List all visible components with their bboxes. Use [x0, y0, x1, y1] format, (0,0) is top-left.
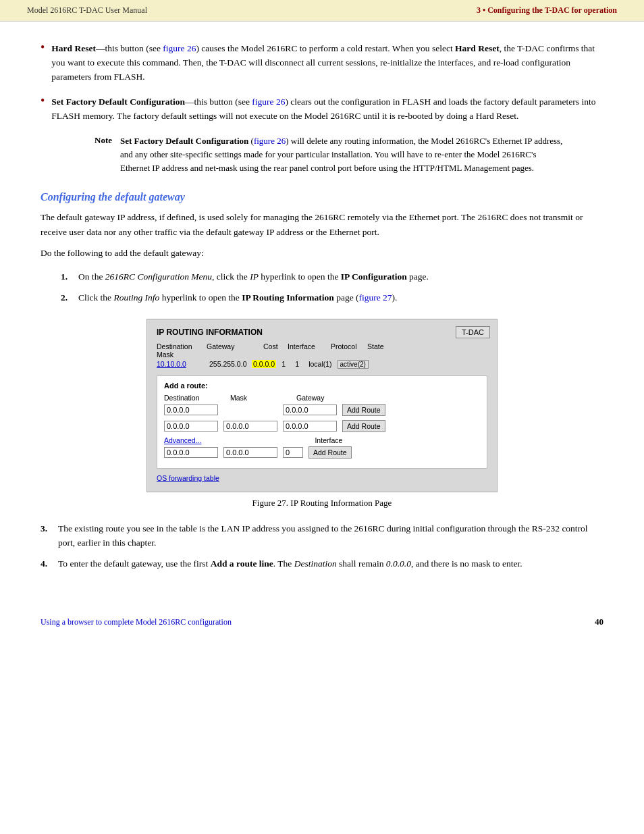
step-3-num: 3.: [41, 522, 58, 536]
th-dest: Destination Mask: [157, 342, 204, 359]
intro-text: The default gateway IP address, if defin…: [41, 210, 603, 239]
section-heading: Configuring the default gateway: [41, 191, 603, 203]
step-2-num: 2.: [61, 291, 78, 305]
header-bar: Model 2616RC T-DAC User Manual 3 • Confi…: [0, 0, 644, 22]
step-1: 1. On the 2616RC Configuration Menu, cli…: [61, 270, 603, 284]
footer-left: Using a browser to complete Model 2616RC…: [41, 617, 232, 627]
col-gw: Gateway: [296, 394, 357, 402]
col-dest: Destination: [164, 394, 225, 402]
ip-routing-title: IP ROUTING INFORMATION: [157, 328, 487, 337]
route3-dest[interactable]: [164, 447, 218, 458]
tdac-button[interactable]: T-DAC: [456, 326, 490, 338]
step-2-text: Click the Routing Info hyperlink to open…: [78, 291, 397, 305]
route3-iface[interactable]: [283, 447, 303, 458]
bullet-text-factory-default: Set Factory Default Configuration—this b…: [51, 95, 603, 124]
route1-mask[interactable]: [223, 405, 277, 415]
td-interface: local(1): [308, 360, 331, 368]
th-state: State: [367, 342, 404, 359]
main-content: • Hard Reset—this button (see figure 26)…: [0, 22, 644, 598]
footer-bar: Using a browser to complete Model 2616RC…: [0, 611, 644, 633]
td-cost2: 1: [295, 360, 303, 368]
col-mask: Mask: [230, 394, 291, 402]
numbered-list: 1. On the 2616RC Configuration Menu, cli…: [61, 270, 603, 305]
bullet-text-hard-reset: Hard Reset—this button (see figure 26) c…: [51, 42, 603, 84]
add-route-section: Add a route: Destination Mask Gateway Ad…: [157, 375, 487, 469]
route1-dest[interactable]: [164, 405, 218, 415]
td-mask: 255.255.0.0: [209, 360, 246, 368]
footer-right: 40: [595, 617, 603, 627]
figure27-link[interactable]: figure 27: [359, 292, 392, 303]
bullet-dot: •: [41, 41, 45, 55]
note-box: Note Set Factory Default Configuration (…: [95, 134, 563, 175]
step-1-text: On the 2616RC Configuration Menu, click …: [78, 270, 429, 284]
th-proto: Protocol: [331, 342, 365, 359]
bullet-item-hard-reset: • Hard Reset—this button (see figure 26)…: [41, 42, 603, 84]
td-gw-highlight: 0.0.0.0: [252, 360, 276, 368]
add-route-btn-2[interactable]: Add Route: [342, 420, 385, 432]
add-route-btn-3[interactable]: Add Route: [308, 446, 352, 459]
screenshot-container: T-DAC IP ROUTING INFORMATION Destination…: [146, 319, 498, 509]
route-row-2: Add Route: [164, 420, 480, 432]
figure26-link-2[interactable]: figure 26: [252, 97, 285, 107]
do-following: Do the following to add the default gate…: [41, 246, 603, 261]
os-forwarding-link[interactable]: OS forwarding table: [157, 474, 219, 482]
route1-gw[interactable]: [283, 405, 337, 415]
screenshot-box: T-DAC IP ROUTING INFORMATION Destination…: [146, 319, 498, 492]
table-headers: Destination Mask Gateway Cost Interface …: [157, 342, 487, 359]
route2-mask[interactable]: [223, 421, 277, 432]
bullet-item-factory-default: • Set Factory Default Configuration—this…: [41, 95, 603, 124]
figure-caption: Figure 27. IP Routing Information Page: [146, 498, 498, 509]
th-cost: Cost: [263, 342, 285, 359]
route-row-1: Add Route: [164, 404, 480, 416]
header-left: Model 2616RC T-DAC User Manual: [27, 5, 147, 16]
step-3-text: The existing route you see in the table …: [58, 522, 603, 550]
td-state: active(2): [338, 360, 369, 369]
note-content: Set Factory Default Configuration (figur…: [120, 134, 563, 175]
step-4-text: To enter the default gateway, use the fi…: [58, 557, 522, 571]
th-gw: Gateway: [207, 342, 261, 359]
td-dest[interactable]: 10.10.0.0: [157, 360, 204, 368]
step-4: 4. To enter the default gateway, use the…: [41, 557, 603, 571]
step-2: 2. Click the Routing Info hyperlink to o…: [61, 291, 603, 305]
figure26-link-1[interactable]: figure 26: [163, 43, 196, 53]
step-1-num: 1.: [61, 270, 78, 284]
figure26-link-note[interactable]: figure 26: [254, 136, 286, 146]
th-iface: Interface: [288, 342, 328, 359]
route-row-3: Add Route: [164, 446, 480, 459]
route2-gw[interactable]: [283, 421, 337, 432]
step-4-num: 4.: [41, 557, 58, 571]
add-route-label: Add a route:: [164, 382, 480, 390]
route2-dest[interactable]: [164, 421, 218, 432]
bullet-dot-2: •: [41, 94, 45, 108]
route3-mask[interactable]: [223, 447, 277, 458]
header-right: 3 • Configuring the T-DAC for operation: [477, 5, 617, 16]
note-label: Note: [95, 134, 112, 146]
table-row: 10.10.0.0 255.255.0.0 0.0.0.0 1 1 local(…: [157, 360, 487, 369]
add-route-btn-1[interactable]: Add Route: [342, 404, 385, 416]
step-3: 3. The existing route you see in the tab…: [41, 522, 603, 550]
advanced-link[interactable]: Advanced...: [164, 436, 201, 444]
td-cost1: 1: [281, 360, 290, 368]
iface-label: Interface: [315, 436, 342, 444]
